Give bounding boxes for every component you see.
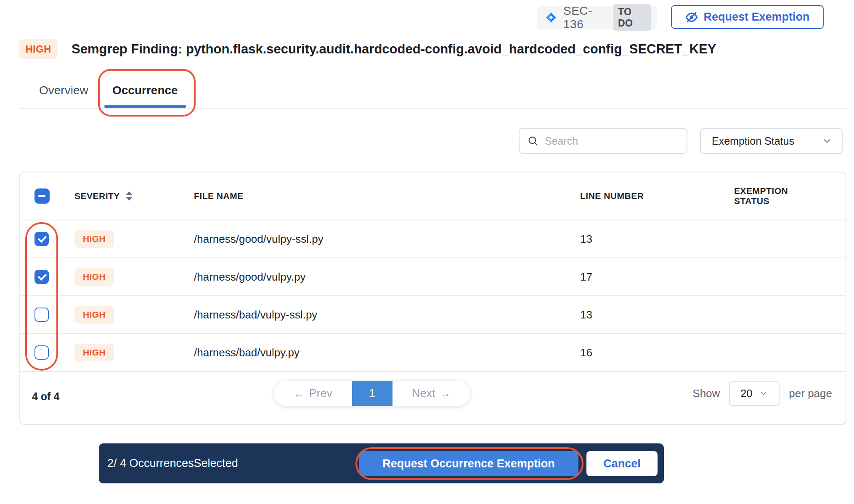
arrow-left-icon: ← xyxy=(293,387,305,400)
severity-badge: HIGH xyxy=(19,39,58,59)
table-header-row: SEVERITY FILE NAME LINE NUMBER EXEMPTION… xyxy=(20,172,846,220)
exemption-status-header-line2: STATUS xyxy=(734,196,846,206)
chevron-down-icon xyxy=(822,135,833,146)
row-line-number: 13 xyxy=(572,308,726,321)
prev-page-button[interactable]: ← Prev xyxy=(274,381,352,406)
chevron-down-icon xyxy=(759,388,769,398)
pagination: ← Prev 1 Next → xyxy=(273,380,471,406)
page-size-value: 20 xyxy=(740,387,753,400)
row-file-name: /harness/good/vulpy.py xyxy=(186,271,572,284)
select-all-checkbox[interactable] xyxy=(34,188,50,204)
selection-action-bar: 2/ 4 OccurrencesSelected Request Occurre… xyxy=(99,443,664,483)
jira-status-badge: TO DO xyxy=(613,4,651,31)
sort-icon[interactable] xyxy=(126,191,133,201)
page-1-button[interactable]: 1 xyxy=(352,381,393,406)
show-label: Show xyxy=(692,387,720,400)
row-checkbox[interactable] xyxy=(34,308,49,322)
tabs-divider xyxy=(19,108,847,109)
row-severity-badge: HIGH xyxy=(74,230,114,248)
row-checkbox[interactable] xyxy=(34,270,49,284)
prev-label: Prev xyxy=(309,387,332,400)
page-size-select[interactable]: 20 xyxy=(729,381,780,406)
column-header-severity[interactable]: SEVERITY xyxy=(66,191,186,201)
row-checkbox[interactable] xyxy=(34,232,49,246)
jira-icon xyxy=(545,11,557,24)
page-title: Semgrep Finding: python.flask.security.a… xyxy=(72,39,716,59)
column-header-exemption-status: EXEMPTION STATUS xyxy=(726,186,846,206)
severity-header-label: SEVERITY xyxy=(74,191,120,201)
table-row: HIGH /harness/good/vulpy.py 17 xyxy=(20,258,846,296)
row-file-name: /harness/bad/vulpy-ssl.py xyxy=(186,308,572,321)
occurrences-table: SEVERITY FILE NAME LINE NUMBER EXEMPTION… xyxy=(19,172,846,425)
request-exemption-label: Request Exemption xyxy=(703,11,809,24)
search-input[interactable] xyxy=(545,135,680,147)
per-page-label: per page xyxy=(789,387,832,400)
finding-detail-page: SEC-136 TO DO Request Exemption HIGH Sem… xyxy=(0,0,854,504)
exemption-status-dropdown-label: Exemption Status xyxy=(712,135,822,147)
next-label: Next xyxy=(412,387,435,400)
eye-slash-icon xyxy=(685,11,698,24)
request-occurrence-exemption-button[interactable]: Request Occurrence Exemption xyxy=(359,451,578,476)
row-line-number: 17 xyxy=(572,271,726,284)
tab-occurrence[interactable]: Occurrence xyxy=(112,82,178,98)
request-exemption-button[interactable]: Request Exemption xyxy=(671,5,824,29)
table-row: HIGH /harness/bad/vulpy.py 16 xyxy=(20,334,846,372)
tab-overview[interactable]: Overview xyxy=(39,82,88,98)
search-box[interactable] xyxy=(519,128,687,154)
row-severity-badge: HIGH xyxy=(74,306,114,324)
search-icon xyxy=(527,135,539,147)
column-header-line-number: LINE NUMBER xyxy=(572,191,726,201)
exemption-status-header-line1: EXEMPTION xyxy=(734,186,846,196)
jira-issue-key: SEC-136 xyxy=(563,4,607,31)
exemption-status-dropdown[interactable]: Exemption Status xyxy=(700,128,843,154)
row-file-name: /harness/bad/vulpy.py xyxy=(186,346,572,359)
result-count: 4 of 4 xyxy=(32,390,59,403)
row-checkbox[interactable] xyxy=(34,345,49,360)
row-severity-badge: HIGH xyxy=(74,268,114,286)
page-size-control: Show 20 per page xyxy=(692,380,832,406)
table-footer: 4 of 4 ← Prev 1 Next → Show 20 xyxy=(20,371,846,424)
row-line-number: 16 xyxy=(572,346,726,359)
row-severity-badge: HIGH xyxy=(74,344,114,361)
column-header-file-name: FILE NAME xyxy=(186,191,572,201)
next-page-button[interactable]: Next → xyxy=(393,381,471,406)
selection-count-text: 2/ 4 OccurrencesSelected xyxy=(107,443,238,483)
row-line-number: 13 xyxy=(572,233,726,246)
cancel-button[interactable]: Cancel xyxy=(586,451,658,476)
table-row: HIGH /harness/good/vulpy-ssl.py 13 xyxy=(20,220,846,258)
jira-issue-chip[interactable]: SEC-136 TO DO xyxy=(537,6,657,29)
arrow-right-icon: → xyxy=(440,387,451,400)
row-file-name: /harness/good/vulpy-ssl.py xyxy=(186,233,572,246)
table-row: HIGH /harness/bad/vulpy-ssl.py 13 xyxy=(20,296,846,334)
